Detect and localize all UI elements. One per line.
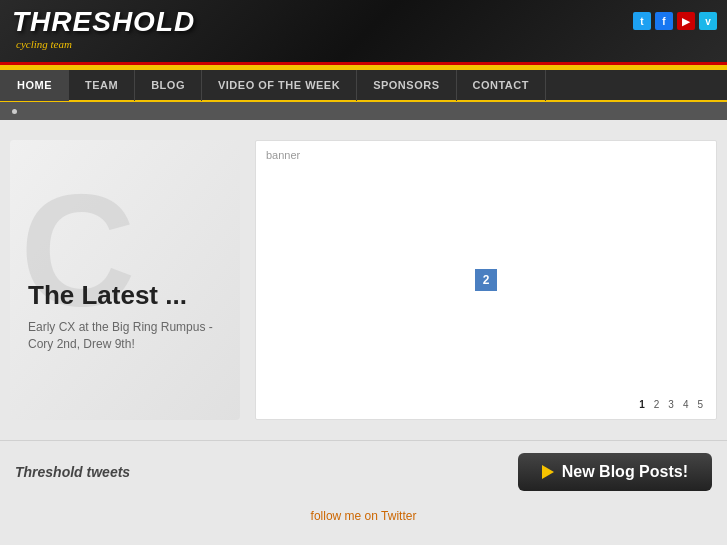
banner-image: 2	[475, 269, 497, 291]
play-icon	[542, 465, 554, 479]
latest-subtitle: Early CX at the Big Ring Rumpus - Cory 2…	[28, 319, 222, 353]
nav-sponsors[interactable]: SPONSORS	[357, 69, 456, 101]
banner-pagination: 1 2 3 4 5	[636, 398, 706, 411]
main-content: C The Latest ... Early CX at the Big Rin…	[0, 120, 727, 440]
threshold-tweets-label: Threshold tweets	[15, 464, 130, 480]
header-stripe-yellow	[0, 65, 727, 70]
facebook-icon[interactable]: f	[655, 12, 673, 30]
follow-twitter-link[interactable]: follow me on Twitter	[311, 509, 417, 523]
banner-label: banner	[266, 149, 300, 161]
latest-panel: C The Latest ... Early CX at the Big Rin…	[10, 140, 240, 420]
navbar: HOME TEAM BLOG VIDEO OF THE WEEK SPONSOR…	[0, 70, 727, 102]
nav-home[interactable]: HOME	[0, 69, 69, 101]
youtube-icon[interactable]: ▶	[677, 12, 695, 30]
logo-threshold: THRESHOLD	[12, 8, 195, 36]
footer-area: Threshold tweets New Blog Posts!	[0, 440, 727, 503]
banner-panel: banner 2 1 2 3 4 5	[255, 140, 717, 420]
nav-contact[interactable]: CONTACT	[457, 69, 546, 101]
new-blog-button[interactable]: New Blog Posts!	[518, 453, 712, 491]
header: THRESHOLD cycling team t f ▶ v	[0, 0, 727, 70]
latest-title: The Latest ...	[28, 280, 222, 311]
page-3[interactable]: 3	[665, 398, 677, 411]
nav-video-of-week[interactable]: VIDEO OF THE WEEK	[202, 69, 357, 101]
page-4[interactable]: 4	[680, 398, 692, 411]
logo-area: THRESHOLD cycling team	[12, 8, 195, 50]
follow-twitter-area: follow me on Twitter	[0, 503, 727, 529]
vimeo-icon[interactable]: v	[699, 12, 717, 30]
logo-subtitle: cycling team	[16, 38, 195, 50]
nav-blog[interactable]: BLOG	[135, 69, 202, 101]
nav-team[interactable]: TEAM	[69, 69, 135, 101]
twitter-icon[interactable]: t	[633, 12, 651, 30]
new-blog-label: New Blog Posts!	[562, 463, 688, 481]
social-icons: t f ▶ v	[633, 12, 717, 30]
page-2[interactable]: 2	[651, 398, 663, 411]
status-dot	[12, 109, 17, 114]
page-1[interactable]: 1	[636, 398, 648, 411]
page-5[interactable]: 5	[694, 398, 706, 411]
dot-indicator	[0, 102, 727, 120]
